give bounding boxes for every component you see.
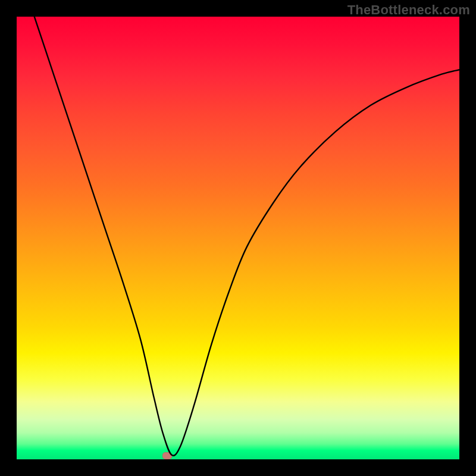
curve-path [35, 17, 459, 456]
watermark-text: TheBottleneck.com [347, 2, 470, 18]
plot-area [17, 17, 459, 459]
chart-frame: TheBottleneck.com [0, 0, 476, 476]
bottleneck-curve [17, 17, 459, 459]
